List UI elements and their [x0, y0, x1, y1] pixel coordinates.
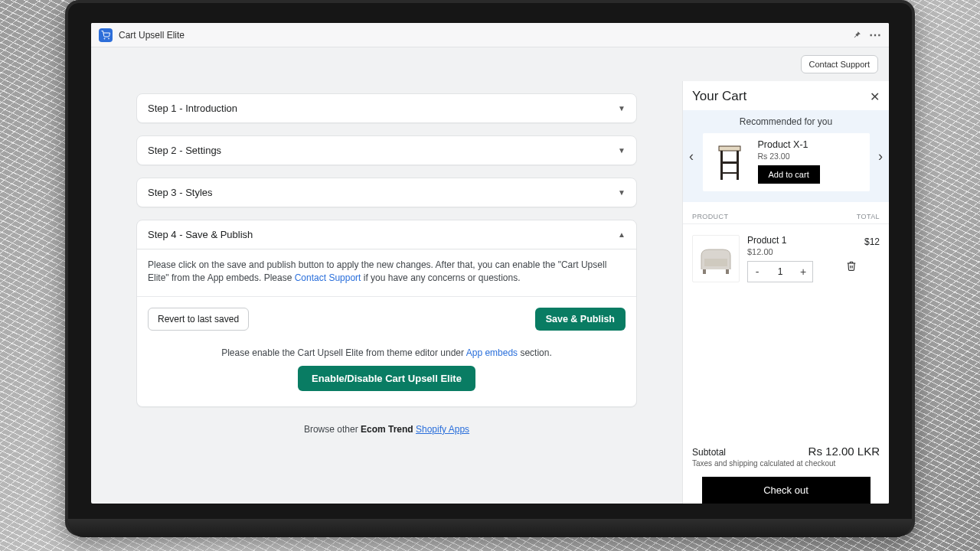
- col-total: TOTAL: [857, 213, 880, 220]
- tax-note: Taxes and shipping calculated at checkou…: [692, 459, 880, 468]
- step-3-title: Step 3 - Styles: [148, 187, 213, 198]
- cart-item-image: [692, 235, 740, 282]
- step-3-accordion[interactable]: Step 3 - Styles ▼: [136, 178, 637, 207]
- recommended-block: Recommended for you ‹ › Product X-1 Rs 2…: [683, 110, 889, 202]
- carousel-next-icon[interactable]: ›: [875, 145, 886, 168]
- svg-rect-6: [720, 172, 739, 174]
- recommended-card: Product X-1 Rs 23.00 Add to cart: [703, 133, 870, 191]
- step-4-header[interactable]: Step 4 - Save & Publish ▲: [137, 220, 636, 249]
- browse-pre: Browse other: [304, 424, 361, 435]
- subtotal-value: Rs 12.00 LKR: [808, 445, 880, 458]
- enable-note-post: section.: [518, 347, 552, 358]
- cart-table-head: PRODUCT TOTAL: [683, 202, 889, 224]
- chevron-down-icon: ▼: [618, 146, 626, 155]
- cart-title: Your Cart: [692, 89, 746, 104]
- svg-rect-5: [720, 161, 739, 164]
- qty-value: 1: [766, 266, 794, 277]
- chevron-up-icon: ▲: [618, 230, 626, 239]
- step-2-title: Step 2 - Settings: [148, 145, 221, 156]
- svg-rect-2: [719, 146, 740, 151]
- shopify-apps-link[interactable]: Shopify Apps: [416, 424, 469, 435]
- chevron-down-icon: ▼: [618, 188, 626, 197]
- svg-rect-4: [737, 151, 739, 180]
- col-product: PRODUCT: [692, 213, 728, 220]
- step-1-title: Step 1 - Introduction: [148, 103, 237, 114]
- topbar: Cart Upsell Elite ⋯: [91, 23, 889, 47]
- step-4-body: Please click on the save and publish but…: [137, 249, 636, 403]
- svg-point-1: [109, 38, 109, 39]
- app-window: Cart Upsell Elite ⋯ Contact Support Step…: [91, 23, 889, 504]
- browse-brand: Ecom Trend: [361, 424, 413, 435]
- enable-disable-button[interactable]: Enable/Disable Cart Upsell Elite: [298, 366, 475, 391]
- cart-footer: Subtotal Rs 12.00 LKR Taxes and shipping…: [683, 439, 889, 504]
- svg-rect-9: [726, 269, 729, 274]
- main-panel: Step 1 - Introduction ▼ Step 2 - Setting…: [91, 81, 682, 504]
- cart-item-name: Product 1: [747, 235, 832, 246]
- carousel-prev-icon[interactable]: ‹: [686, 145, 697, 168]
- trash-icon[interactable]: [846, 260, 857, 274]
- step4-desc-post: if you have any concerns or questions.: [361, 272, 520, 283]
- cart-item-total: $12: [864, 235, 880, 282]
- qty-minus-button[interactable]: -: [748, 262, 766, 282]
- laptop-base: [68, 519, 912, 537]
- app-embeds-link[interactable]: App embeds: [466, 347, 518, 358]
- checkout-button[interactable]: Check out: [702, 477, 871, 504]
- chevron-down-icon: ▼: [618, 104, 626, 112]
- step-2-accordion[interactable]: Step 2 - Settings ▼: [136, 135, 637, 165]
- cart-item-price: $12.00: [747, 247, 832, 256]
- laptop-frame: Cart Upsell Elite ⋯ Contact Support Step…: [65, 0, 915, 536]
- revert-button[interactable]: Revert to last saved: [148, 308, 249, 331]
- subtotal-label: Subtotal: [692, 447, 726, 458]
- quantity-stepper: - 1 +: [747, 261, 813, 282]
- svg-point-0: [104, 38, 105, 39]
- app-icon: [99, 28, 113, 42]
- svg-rect-7: [704, 259, 727, 266]
- app-title: Cart Upsell Elite: [119, 30, 185, 41]
- content: Step 1 - Introduction ▼ Step 2 - Setting…: [91, 81, 889, 504]
- cart-sidebar: Your Cart ✕ Recommended for you ‹ › Prod…: [682, 81, 889, 504]
- contact-support-link[interactable]: Contact Support: [295, 272, 361, 283]
- recommended-title: Recommended for you: [683, 116, 889, 127]
- subbar: Contact Support: [91, 47, 889, 81]
- step-4-accordion: Step 4 - Save & Publish ▲ Please click o…: [136, 220, 637, 407]
- rec-product-name: Product X-1: [758, 139, 864, 150]
- close-icon[interactable]: ✕: [870, 90, 880, 104]
- contact-support-button[interactable]: Contact Support: [801, 55, 879, 73]
- recommended-product-image: [709, 139, 750, 185]
- step-4-title: Step 4 - Save & Publish: [148, 229, 253, 240]
- browse-line: Browse other Ecom Trend Shopify Apps: [136, 424, 637, 435]
- rec-product-price: Rs 23.00: [758, 152, 864, 161]
- save-publish-button[interactable]: Save & Publish: [535, 308, 626, 331]
- qty-plus-button[interactable]: +: [794, 262, 812, 282]
- cart-item: Product 1 $12.00 - 1 + $12: [683, 224, 889, 287]
- step-1-accordion[interactable]: Step 1 - Introduction ▼: [136, 93, 637, 123]
- enable-note-pre: Please enable the Cart Upsell Elite from…: [221, 347, 466, 358]
- more-icon[interactable]: ⋯: [869, 29, 881, 41]
- add-to-cart-button[interactable]: Add to cart: [758, 165, 820, 184]
- svg-rect-3: [720, 151, 723, 180]
- svg-rect-8: [703, 269, 706, 274]
- pin-icon[interactable]: [851, 29, 863, 41]
